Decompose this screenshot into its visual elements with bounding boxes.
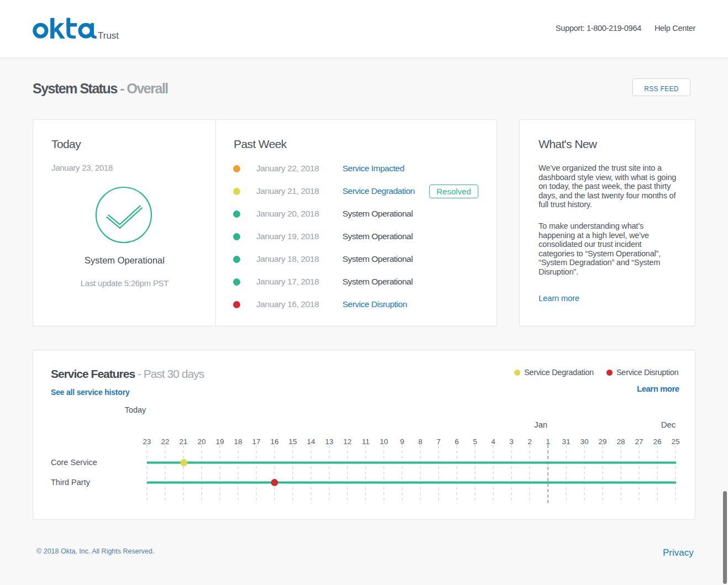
- svg-text:27: 27: [635, 438, 643, 446]
- svg-text:7: 7: [436, 438, 441, 446]
- svg-text:11: 11: [362, 438, 370, 446]
- svg-text:5: 5: [473, 438, 477, 446]
- svg-text:1: 1: [546, 438, 550, 446]
- svg-text:28: 28: [616, 438, 625, 446]
- svg-text:30: 30: [580, 438, 588, 446]
- svg-text:9: 9: [400, 438, 404, 446]
- svg-text:8: 8: [418, 438, 423, 446]
- svg-text:4: 4: [491, 438, 495, 446]
- svg-text:3: 3: [509, 438, 514, 446]
- svg-text:20: 20: [197, 438, 205, 446]
- svg-text:22: 22: [161, 438, 169, 446]
- svg-text:29: 29: [598, 438, 606, 446]
- svg-text:16: 16: [270, 438, 278, 446]
- svg-text:26: 26: [653, 438, 661, 446]
- svg-text:Today: Today: [125, 405, 146, 414]
- svg-text:18: 18: [234, 438, 242, 446]
- svg-text:21: 21: [179, 438, 187, 446]
- svg-text:25: 25: [671, 438, 679, 446]
- svg-text:23: 23: [143, 438, 151, 446]
- svg-text:12: 12: [343, 438, 351, 446]
- svg-text:31: 31: [562, 438, 570, 446]
- svg-text:2: 2: [527, 438, 532, 446]
- svg-text:15: 15: [288, 438, 297, 446]
- svg-text:10: 10: [379, 438, 388, 446]
- svg-text:6: 6: [455, 438, 459, 446]
- svg-text:13: 13: [325, 438, 333, 446]
- svg-text:17: 17: [252, 438, 260, 446]
- svg-text:Jan: Jan: [534, 420, 547, 429]
- svg-text:Third Party: Third Party: [51, 478, 91, 487]
- svg-text:Dec: Dec: [661, 420, 676, 429]
- svg-text:14: 14: [307, 438, 315, 446]
- svg-text:19: 19: [215, 438, 224, 446]
- svg-text:Core Service: Core Service: [51, 458, 97, 467]
